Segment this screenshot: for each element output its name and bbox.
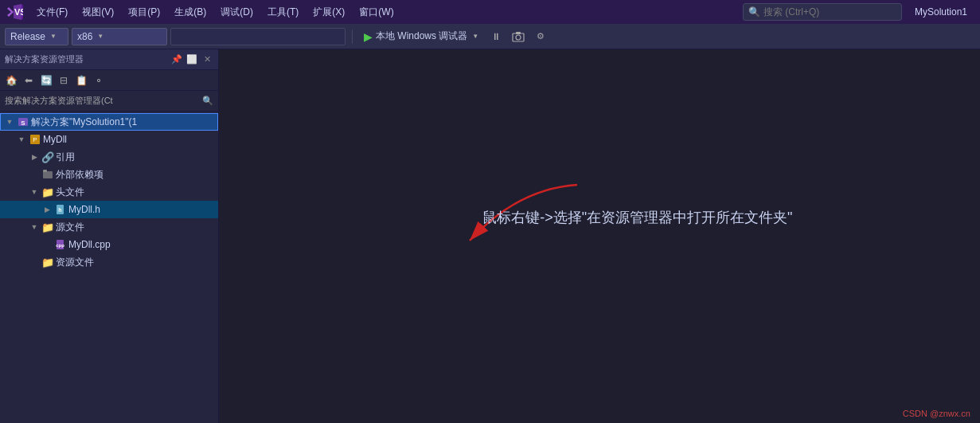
tree-expand-mydll-h: ▶ bbox=[41, 204, 53, 215]
tree-expand-mydll: ▼ bbox=[16, 134, 27, 145]
panel-search-label: 搜索解决方案资源管理器(Ct bbox=[5, 95, 199, 107]
menu-window[interactable]: 窗口(W) bbox=[353, 4, 400, 21]
tree-item-mydll[interactable]: ▼ P MyDll bbox=[0, 131, 218, 148]
platform-label: x86 bbox=[77, 31, 92, 42]
global-search-box[interactable]: 🔍 bbox=[743, 3, 902, 21]
watermark: CSDN @znwx.cn bbox=[903, 409, 970, 418]
config-label: Release bbox=[10, 31, 45, 42]
toolbar: Release ▼ x86 ▼ ▶ 本地 Windows 调试器 ▼ ⏸ ⚙ bbox=[0, 24, 980, 49]
tree-item-headers[interactable]: ▼ 📁 头文件 bbox=[0, 183, 218, 201]
panel-close-icon[interactable]: ✕ bbox=[201, 53, 213, 66]
panel-header: 解决方案资源管理器 📌 ⬜ ✕ bbox=[0, 49, 218, 70]
menu-debug[interactable]: 调试(D) bbox=[214, 4, 260, 21]
watermark-prefix: CSDN @ bbox=[903, 409, 939, 418]
watermark-suffix: .cn bbox=[959, 409, 970, 418]
svg-text:S: S bbox=[21, 119, 25, 127]
extdeps-icon bbox=[41, 168, 54, 181]
panel-search-row[interactable]: 搜索解决方案资源管理器(Ct 🔍 bbox=[0, 91, 218, 112]
tree-item-sources[interactable]: ▼ 📁 源文件 bbox=[0, 218, 218, 236]
config-dropdown[interactable]: Release ▼ bbox=[5, 28, 68, 45]
vs-logo-icon: VS bbox=[6, 3, 24, 21]
tree-expand-solution: ▼ bbox=[4, 116, 15, 127]
title-bar: VS 文件(F) 视图(V) 项目(P) 生成(B) 调试(D) 工具(T) 扩… bbox=[0, 0, 980, 24]
tree-expand-headers: ▼ bbox=[29, 186, 40, 198]
extdeps-label: 外部依赖项 bbox=[56, 168, 103, 182]
resources-label: 资源文件 bbox=[56, 256, 94, 269]
panel-expand-icon[interactable]: ⬜ bbox=[185, 53, 198, 66]
tree-item-solution[interactable]: ▼ S 解决方案"MySolution1"(1 bbox=[0, 113, 218, 131]
sources-folder-icon: 📁 bbox=[41, 221, 54, 233]
svg-text:cpp: cpp bbox=[56, 243, 64, 248]
panel-nav-icon[interactable]: ⬅ bbox=[21, 72, 37, 88]
tree-item-refs[interactable]: ▶ 🔗 引用 bbox=[0, 148, 218, 166]
solution-tree: ▼ S 解决方案"MySolution1"(1 ▼ P bbox=[0, 112, 218, 423]
menu-view[interactable]: 视图(V) bbox=[76, 4, 120, 21]
panel-title: 解决方案资源管理器 bbox=[5, 53, 167, 65]
svg-rect-3 bbox=[516, 32, 521, 34]
solution-label: 解决方案"MySolution1"(1 bbox=[31, 116, 137, 129]
config-dropdown-arrow-icon: ▼ bbox=[50, 33, 57, 40]
platform-dropdown-arrow-icon: ▼ bbox=[97, 33, 103, 40]
tree-item-mydll-cpp[interactable]: ▶ cpp MyDll.cpp bbox=[0, 236, 218, 253]
svg-point-2 bbox=[516, 35, 521, 40]
menu-file[interactable]: 文件(F) bbox=[30, 4, 74, 21]
menu-build[interactable]: 生成(B) bbox=[168, 4, 213, 21]
solution-title: MySolution1 bbox=[908, 6, 974, 18]
resources-folder-icon: 📁 bbox=[41, 256, 54, 268]
annotation-text: 鼠标右键->选择"在资源管理器中打开所在文件夹" bbox=[482, 208, 792, 227]
platform-dropdown[interactable]: x86 ▼ bbox=[72, 28, 167, 45]
refs-label: 引用 bbox=[56, 151, 75, 164]
panel-home-icon[interactable]: 🏠 bbox=[3, 72, 19, 88]
headers-folder-icon: 📁 bbox=[41, 186, 54, 198]
svg-text:P: P bbox=[33, 136, 37, 143]
panel-collapse-icon[interactable]: ⊟ bbox=[56, 72, 72, 88]
panel-header-icons: 📌 ⬜ ✕ bbox=[170, 53, 213, 66]
mydll-h-label: MyDll.h bbox=[68, 204, 100, 215]
search-input[interactable] bbox=[763, 6, 883, 18]
solution-icon: S bbox=[17, 116, 29, 128]
panel-refresh-icon[interactable]: 🔄 bbox=[38, 72, 54, 88]
menu-extensions[interactable]: 扩展(X) bbox=[306, 4, 351, 21]
toolbar-separator-1 bbox=[352, 29, 353, 44]
target-dropdown[interactable] bbox=[170, 28, 346, 45]
menu-project[interactable]: 项目(P) bbox=[122, 4, 166, 21]
camera-button[interactable] bbox=[509, 28, 528, 45]
menu-bar: 文件(F) 视图(V) 项目(P) 生成(B) 调试(D) 工具(T) 扩展(X… bbox=[30, 4, 736, 21]
tree-item-extdeps[interactable]: ▶ 外部依赖项 bbox=[0, 166, 218, 183]
headers-label: 头文件 bbox=[56, 186, 84, 199]
tree-item-resources[interactable]: ▶ 📁 资源文件 bbox=[0, 253, 218, 271]
panel-toolbar: 🏠 ⬅ 🔄 ⊟ 📋 ⚬ bbox=[0, 70, 218, 91]
main-area: 解决方案资源管理器 📌 ⬜ ✕ 🏠 ⬅ 🔄 ⊟ 📋 ⚬ 搜索解决方案资源管理器(… bbox=[0, 49, 980, 423]
watermark-highlight: znwx bbox=[939, 409, 959, 418]
panel-search-icon[interactable]: 🔍 bbox=[202, 96, 213, 106]
settings-button[interactable]: ⚙ bbox=[531, 28, 550, 45]
mydll-cpp-label: MyDll.cpp bbox=[68, 239, 111, 250]
content-area: 鼠标右键->选择"在资源管理器中打开所在文件夹" CSDN @znwx.cn bbox=[219, 49, 980, 423]
panel-copy-icon[interactable]: 📋 bbox=[73, 72, 89, 88]
search-icon: 🔍 bbox=[748, 6, 760, 18]
sources-label: 源文件 bbox=[56, 221, 84, 234]
run-label: 本地 Windows 调试器 bbox=[376, 29, 467, 43]
tree-expand-refs: ▶ bbox=[29, 151, 40, 163]
project-icon: P bbox=[29, 133, 41, 146]
menu-tools[interactable]: 工具(T) bbox=[261, 4, 305, 21]
run-arrow-icon: ▶ bbox=[364, 30, 373, 43]
tree-item-mydll-h[interactable]: ▶ h MyDll.h bbox=[0, 201, 218, 218]
svg-rect-9 bbox=[43, 170, 47, 172]
svg-text:VS: VS bbox=[14, 7, 23, 17]
solution-explorer-panel: 解决方案资源管理器 📌 ⬜ ✕ 🏠 ⬅ 🔄 ⊟ 📋 ⚬ 搜索解决方案资源管理器(… bbox=[0, 49, 219, 423]
run-button[interactable]: ▶ 本地 Windows 调试器 ▼ bbox=[359, 28, 483, 45]
svg-text:h: h bbox=[58, 207, 61, 213]
mydll-label: MyDll bbox=[43, 134, 67, 145]
header-file-icon: h bbox=[54, 203, 67, 216]
pause-button[interactable]: ⏸ bbox=[486, 28, 506, 45]
tree-expand-sources: ▼ bbox=[29, 221, 40, 233]
svg-rect-8 bbox=[43, 171, 53, 178]
refs-icon: 🔗 bbox=[41, 151, 54, 163]
panel-pin-icon[interactable]: 📌 bbox=[170, 53, 183, 66]
cpp-file-icon: cpp bbox=[54, 238, 67, 251]
run-dropdown-arrow-icon: ▼ bbox=[472, 33, 478, 40]
panel-filter-icon[interactable]: ⚬ bbox=[91, 72, 107, 88]
